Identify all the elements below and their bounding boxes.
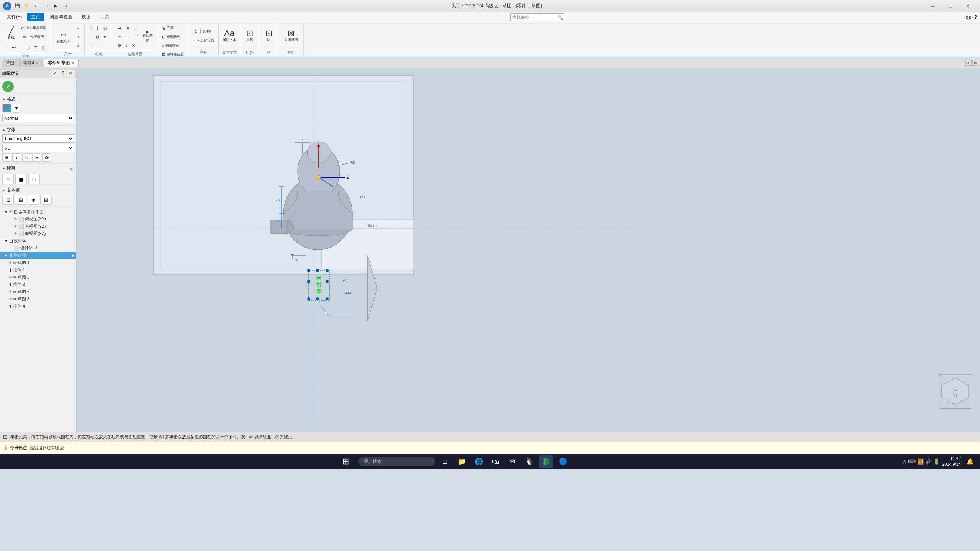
- offset-btn[interactable]: ⊟: [131, 24, 139, 32]
- redo-btn[interactable]: ↪: [42, 2, 50, 10]
- minimize-button[interactable]: ─: [924, 0, 942, 12]
- font-header[interactable]: ▲ 字体: [2, 127, 74, 133]
- slot-btn[interactable]: ⊟: [25, 44, 32, 52]
- line-btn[interactable]: ╱ 直线: [4, 24, 18, 43]
- color-btn[interactable]: [2, 104, 11, 112]
- tb-btn2[interactable]: ⊟: [15, 195, 26, 205]
- format-header[interactable]: ▲ 格式: [2, 96, 74, 102]
- menu-file[interactable]: 文件(F): [3, 13, 26, 21]
- tree-basic-planes[interactable]: ▼ 👁 ⊟ 基本参考半面: [0, 208, 76, 215]
- help-btn[interactable]: ?: [974, 15, 977, 20]
- tab-part5[interactable]: 零件5: 草图 ✕: [44, 59, 79, 67]
- polygon-btn[interactable]: ⬡: [40, 44, 47, 52]
- textbox-header[interactable]: ▲ 文本框: [2, 187, 74, 193]
- mail-btn[interactable]: ✉: [506, 455, 519, 468]
- block-btn[interactable]: ⊡ 块: [262, 25, 276, 47]
- symm-btn[interactable]: ⇔: [101, 33, 109, 41]
- intersect-btn[interactable]: ✕: [130, 41, 137, 50]
- notification-btn[interactable]: 🔔: [963, 455, 977, 468]
- mirror-btn[interactable]: ⇌: [116, 24, 123, 32]
- dim-ver-btn[interactable]: ↕: [74, 33, 82, 41]
- tb-btn3[interactable]: ⊕: [28, 195, 39, 205]
- taskview-btn[interactable]: ⊡: [438, 455, 452, 468]
- vs-btn[interactable]: 🔵: [556, 455, 570, 468]
- tab-next-btn[interactable]: ▷: [972, 60, 978, 66]
- trim-btn[interactable]: ✂: [116, 33, 123, 41]
- tb-btn4[interactable]: ⊞: [40, 195, 52, 205]
- rect-array-btn[interactable]: ⊞矩形阵列: [160, 33, 182, 41]
- spline-btn[interactable]: 〜: [10, 44, 18, 52]
- hole-btn[interactable]: ◉孔圆: [160, 24, 176, 32]
- qq-btn[interactable]: 🐧: [522, 455, 536, 468]
- extend-btn[interactable]: →: [124, 33, 132, 41]
- run-btn[interactable]: ▶: [51, 2, 60, 10]
- point-btn[interactable]: ·: [19, 44, 24, 52]
- keyboard-icon[interactable]: ⌨: [908, 458, 916, 465]
- undo-btn[interactable]: ↩: [32, 2, 41, 10]
- align-right-btn[interactable]: □: [28, 174, 40, 184]
- collinear-btn[interactable]: ∥: [95, 24, 101, 32]
- font-size-select[interactable]: 3.5 5 7: [2, 144, 74, 152]
- coincident-btn[interactable]: ⊕: [87, 24, 95, 32]
- start-button[interactable]: ⊞: [336, 455, 355, 468]
- cad-btn[interactable]: 🐉: [539, 455, 553, 468]
- panel-close-btn[interactable]: ✕: [67, 70, 74, 77]
- dim-hor-btn[interactable]: ↔: [74, 24, 82, 32]
- volume-icon[interactable]: 🔊: [925, 458, 932, 465]
- tree-sketch6[interactable]: 👁 ✏ 草图 6: [0, 288, 76, 295]
- back-btn[interactable]: ◁: [964, 15, 968, 20]
- search-input[interactable]: [510, 13, 564, 21]
- close-sketch-btn[interactable]: ⊠ 关闭草图: [281, 25, 301, 47]
- para-header[interactable]: ▲ 段落: [2, 165, 15, 171]
- settings-btn[interactable]: ⚙: [61, 2, 69, 10]
- tree-yz[interactable]: 👁 ⬜ 右视图(YZ): [0, 223, 76, 230]
- tree-sketch1[interactable]: 👁 ✏ 草图 1: [0, 259, 76, 266]
- pattern-btn[interactable]: ⊞: [124, 24, 131, 32]
- panel-help-btn[interactable]: ?: [59, 70, 66, 77]
- underline-btn[interactable]: U: [22, 153, 31, 162]
- tab-prev-btn[interactable]: ◁: [965, 60, 972, 66]
- taskbar-search-input[interactable]: [373, 459, 419, 464]
- arrange-btn[interactable]: ⊡ 排列: [243, 25, 257, 47]
- menu-tools[interactable]: 工具: [96, 13, 113, 21]
- format-select[interactable]: Normal Bold Italic: [2, 114, 74, 122]
- store-btn[interactable]: 🛍: [489, 455, 502, 468]
- tree-design-body1[interactable]: ⬜ 设计体_1: [0, 245, 76, 252]
- tree-extrude2[interactable]: ⬆ 拉伸 2: [0, 281, 76, 288]
- nav-cube[interactable]: 半 剖: [938, 374, 972, 409]
- arc-btn[interactable]: ◜: [4, 44, 9, 52]
- circ-array-btn[interactable]: ○圆形阵列: [160, 41, 182, 50]
- hor-btn[interactable]: ─: [104, 41, 111, 50]
- bold-btn[interactable]: B: [2, 153, 11, 162]
- tree-sketch8[interactable]: 👁 ✏ 草图 8: [0, 295, 76, 303]
- strikethrough-btn[interactable]: S: [32, 153, 41, 162]
- circle-center-btn[interactable]: ⊙中心和点画圆: [19, 24, 48, 32]
- tree-design-body[interactable]: ▼ ⊞ 设计体: [0, 237, 76, 245]
- update-all-btn[interactable]: ↻全部更新: [191, 27, 216, 36]
- pin-pos-btn[interactable]: ⊠锚钉柱位置: [160, 50, 186, 57]
- prop-text-btn[interactable]: Aa 属性文本: [221, 25, 237, 47]
- confirm-green-btn[interactable]: ✓: [2, 81, 14, 92]
- para-close-btn[interactable]: ✕: [69, 166, 74, 172]
- tab-part4[interactable]: 零件4 ✕: [19, 59, 43, 67]
- menu-home[interactable]: 主页: [27, 13, 44, 21]
- smart-dim-btn[interactable]: ↔ 智能尺寸: [54, 26, 74, 48]
- convert-btn[interactable]: ⟳: [116, 41, 123, 50]
- sub-btn[interactable]: x₂: [42, 153, 51, 162]
- system-clock[interactable]: 11:42 2024/9/14: [942, 456, 961, 468]
- tb-btn1[interactable]: ⊡: [2, 195, 14, 205]
- tab-sketch[interactable]: 草图: [2, 59, 18, 67]
- perp-btn[interactable]: ⊥: [87, 41, 95, 50]
- open-btn[interactable]: 📂: [23, 2, 31, 10]
- save-btn[interactable]: 💾: [13, 2, 21, 10]
- tree-xy[interactable]: 👁 ⬜ 俯视图(XY): [0, 215, 76, 223]
- battery-icon[interactable]: 🔋: [933, 458, 940, 465]
- tab-part4-close[interactable]: ✕: [36, 61, 39, 65]
- format-dropdown-btn[interactable]: ▼: [13, 104, 20, 113]
- tab-part5-close[interactable]: ✕: [71, 61, 74, 65]
- menu-view[interactable]: 视图: [78, 13, 95, 21]
- menu-measure[interactable]: 测量与检查: [46, 13, 76, 21]
- concentric-btn[interactable]: ◎: [101, 24, 109, 32]
- smart-sketch-main-btn[interactable]: ▶ 智能草图: [141, 26, 155, 48]
- maximize-button[interactable]: □: [942, 0, 959, 12]
